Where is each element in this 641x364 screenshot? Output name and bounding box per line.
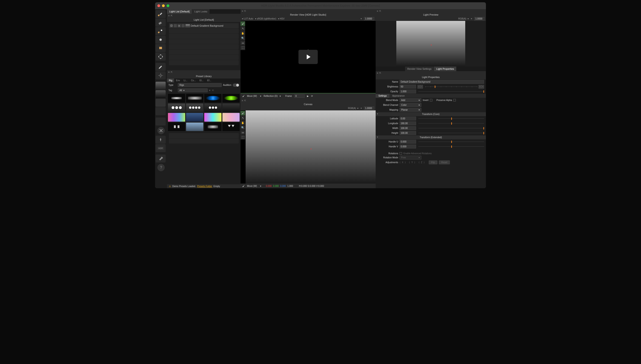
adj-z-next[interactable]: ⟩ — [424, 161, 425, 164]
tab-render-view-settings[interactable]: Render View Settings — [405, 66, 434, 71]
brush-icon[interactable]: 🖌 — [240, 21, 245, 26]
preset-item[interactable] — [186, 113, 203, 122]
longitude-input[interactable] — [400, 122, 416, 125]
hdr-badge[interactable]: HDR — [156, 144, 166, 152]
adj-z-prev[interactable]: ⟨ — [419, 161, 420, 164]
blend-channel-dropdown[interactable]: Color▾ — [400, 103, 421, 107]
zoom-icon[interactable]: 🔍 — [240, 36, 245, 40]
preset-tab-rig[interactable]: Rig — [167, 78, 174, 82]
popout-icon[interactable]: ⇱ — [379, 72, 381, 74]
sync-icon[interactable]: ⟲ — [212, 89, 214, 92]
thumb-2[interactable] — [156, 90, 166, 98]
thumb-1[interactable] — [156, 82, 166, 90]
preset-tab-co[interactable]: Co... — [189, 78, 198, 82]
brush-icon[interactable]: 🖌 — [242, 95, 245, 97]
tag-dropdown[interactable]: All ▾ — [178, 88, 208, 92]
preset-item[interactable] — [204, 94, 221, 102]
preset-item[interactable] — [222, 104, 240, 112]
fit-icon[interactable]: ⛶ — [240, 46, 245, 50]
hand-icon[interactable]: ✋ — [240, 120, 245, 125]
picker-tool[interactable] — [156, 63, 166, 71]
preview-rgba-dropdown[interactable]: RGB(A) ▾ — [458, 18, 469, 20]
reset-button[interactable]: Reset — [439, 160, 450, 164]
empty-row[interactable] — [169, 50, 239, 54]
brightness-minus2[interactable]: − — [420, 85, 423, 88]
preset-item[interactable] — [168, 104, 185, 112]
move-light-tool[interactable] — [156, 27, 166, 35]
refresh-icon[interactable]: ⟳ — [311, 95, 313, 97]
empty-slot[interactable] — [169, 133, 239, 138]
adj-x-next[interactable]: ⟩ — [405, 161, 406, 164]
empty-row[interactable] — [169, 39, 239, 44]
brightness-down[interactable]: − — [418, 85, 420, 88]
close-icon[interactable]: ✕ — [168, 14, 170, 17]
toggle-icon[interactable] — [174, 24, 177, 27]
close-icon[interactable]: ✕ — [377, 72, 378, 74]
longitude-slider[interactable] — [418, 122, 484, 125]
aperture-icon[interactable]: ✦ — [360, 107, 362, 110]
preset-tab-env[interactable]: Env — [174, 78, 182, 82]
brightness-plus[interactable]: + — [479, 85, 481, 88]
width-input[interactable] — [400, 126, 416, 130]
preset-item[interactable] — [168, 94, 185, 102]
enable-rotations-checkbox[interactable] — [400, 152, 402, 155]
brush-icon[interactable]: 🖌 — [240, 111, 245, 116]
preset-item[interactable] — [186, 94, 203, 102]
add-tool[interactable] — [156, 118, 166, 126]
preset-item[interactable] — [186, 104, 203, 112]
flip-button[interactable]: Flip — [429, 160, 437, 164]
fit-icon[interactable]: ⛶ — [240, 135, 245, 140]
popout-icon[interactable]: ⇱ — [171, 14, 173, 17]
render-viewport[interactable]: 🖌 ↖ ✋ 🔍 ▭ ⛶ — [240, 21, 376, 93]
move-mode-dropdown[interactable]: Move (W) ▾ — [247, 185, 261, 187]
preset-item[interactable] — [222, 122, 240, 131]
type-dropdown[interactable]: Rigs — [178, 83, 222, 87]
mapping-dropdown[interactable]: Planar▾ — [400, 108, 421, 112]
cursor-icon[interactable]: ↖ — [240, 116, 245, 120]
height-input[interactable] — [400, 131, 416, 135]
adj-y-prev[interactable]: ⟨ — [409, 161, 410, 164]
preset-item[interactable] — [168, 122, 185, 131]
transform-tool[interactable] — [156, 52, 166, 60]
close-button[interactable] — [157, 4, 160, 7]
opacity-input[interactable] — [400, 90, 416, 94]
popout-icon[interactable]: ⇱ — [244, 100, 246, 102]
preset-item[interactable] — [204, 113, 221, 122]
empty-row[interactable] — [169, 55, 239, 60]
light-list-item[interactable]: ⓘ ▸ Default Gradient Background — [169, 23, 239, 28]
box-icon[interactable] — [181, 24, 185, 27]
frame-icon[interactable]: ▭ — [240, 40, 245, 45]
preset-tab-ef[interactable]: Ef... — [205, 78, 213, 82]
brush-tool[interactable] — [156, 10, 166, 18]
empty-row[interactable] — [169, 44, 239, 49]
handle-u-slider[interactable] — [418, 140, 484, 143]
pin-tool[interactable] — [156, 136, 166, 144]
preset-item[interactable] — [222, 113, 240, 122]
handle-u-input[interactable] — [400, 140, 416, 144]
clone-tool[interactable] — [156, 36, 166, 44]
brightness-input[interactable] — [400, 85, 416, 88]
preset-item[interactable] — [168, 113, 185, 122]
section-transform-ext[interactable]: Transform (Extended) — [376, 136, 486, 139]
handle-v-slider[interactable] — [418, 145, 484, 148]
sun-tool[interactable] — [156, 72, 166, 80]
lut-dropdown[interactable]: ▾ LUT Auto — [242, 18, 253, 20]
help-button[interactable]: ? — [157, 164, 165, 171]
preserve-alpha-checkbox[interactable] — [453, 99, 456, 102]
audition-toggle[interactable] — [233, 84, 239, 87]
delete-tool[interactable] — [157, 127, 165, 134]
close-icon[interactable]: ✕ — [168, 71, 170, 74]
brush-icon[interactable]: 🖌 — [242, 185, 245, 187]
cursor-icon[interactable]: ↖ — [240, 26, 245, 31]
adj-y-next[interactable]: ⟩ — [414, 161, 415, 164]
popout-icon[interactable]: ⇱ — [244, 10, 246, 12]
info-icon[interactable]: ⓘ — [170, 24, 173, 27]
thumb-3[interactable] — [156, 99, 166, 107]
frame-input[interactable] — [294, 94, 305, 98]
rotation-mode-dropdown[interactable]: Free▾ — [400, 156, 421, 160]
reflection-dropdown[interactable]: Reflection (D) ▾ — [263, 95, 280, 97]
blend-mode-dropdown[interactable]: Add▾ — [400, 98, 421, 102]
empty-row[interactable] — [169, 34, 239, 39]
close-icon[interactable]: ✕ — [241, 10, 243, 12]
move-mode-dropdown[interactable]: Move (W) ▾ — [247, 95, 261, 97]
